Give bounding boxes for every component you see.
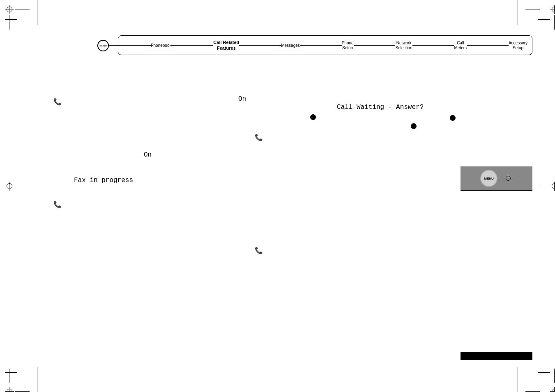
phone-icon-1: 📞 (53, 98, 62, 106)
dot-3 (411, 123, 417, 129)
margin-line-bottom-left (37, 367, 37, 392)
line-mark-tl (5, 19, 17, 20)
nav-connector-0 (109, 45, 151, 46)
nav-item-call-related[interactable]: Call Related Features (213, 40, 239, 51)
black-bar-bottom-right (461, 190, 532, 191)
nav-item-network-selection[interactable]: Network Selection (395, 41, 412, 51)
margin-line-top-left (37, 0, 37, 25)
menu-button-area: MENU (461, 166, 532, 190)
line-mark-br (538, 372, 550, 373)
bottom-black-bar (461, 352, 532, 360)
dot-1 (310, 114, 316, 120)
fax-progress-text: Fax in progress (74, 177, 133, 184)
menu-circle[interactable]: MENU (97, 40, 109, 51)
menu-button[interactable]: MENU (480, 170, 497, 187)
nav-item-messages[interactable]: Messages (281, 43, 300, 48)
nav-connector-4 (354, 45, 396, 46)
nav-item-accessory-setup[interactable]: Accessory Setup (509, 41, 527, 51)
phone-icon-3: 📞 (53, 201, 62, 209)
nav-connector-1 (171, 45, 213, 46)
nav-connector-6 (467, 45, 509, 46)
navigation-bar: MENU Phonebook Call Related Features Mes… (97, 32, 532, 59)
margin-line-top-right (518, 0, 518, 25)
nav-connector-5 (412, 45, 454, 46)
phone-icon-4: 📞 (255, 247, 263, 255)
dot-2 (450, 115, 456, 121)
on-indicator-2: On (144, 151, 152, 159)
phone-icon-2: 📞 (255, 134, 263, 142)
nav-item-call-meters[interactable]: Call Meters (454, 41, 467, 51)
on-indicator-1: On (238, 95, 246, 103)
nav-item-phone-setup[interactable]: Phone Setup (342, 41, 354, 51)
line-mark-tr (538, 19, 550, 20)
crosshair-menu (504, 174, 513, 183)
call-waiting-text: Call Waiting - Answer? (337, 104, 424, 111)
nav-item-phonebook[interactable]: Phonebook (151, 43, 172, 48)
margin-line-bottom-right (518, 367, 518, 392)
line-mark-bl (5, 372, 17, 373)
nav-connector-3 (300, 45, 342, 46)
nav-connector-2 (239, 45, 281, 46)
